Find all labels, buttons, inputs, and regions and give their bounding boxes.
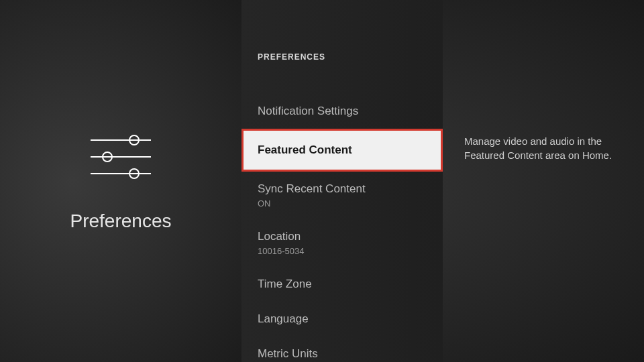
menu-item-sync-recent-content[interactable]: Sync Recent Content ON (241, 172, 443, 219)
menu-item-sub: ON (258, 198, 427, 208)
menu-item-metric-units[interactable]: Metric Units (241, 337, 443, 362)
detail-panel: Manage video and audio in the Featured C… (443, 0, 644, 362)
item-description: Manage video and audio in the Featured C… (464, 134, 623, 162)
menu-item-sub: 10016-5034 (258, 246, 427, 256)
menu-item-time-zone[interactable]: Time Zone (241, 267, 443, 302)
menu-item-label: Location (258, 230, 427, 243)
menu-item-label: Featured Content (258, 143, 427, 157)
menu-item-label: Metric Units (258, 347, 427, 361)
sliders-icon (87, 130, 154, 184)
menu-item-notification-settings[interactable]: Notification Settings (241, 94, 443, 129)
menu-item-label: Language (258, 312, 427, 326)
menu-item-label: Notification Settings (258, 105, 427, 118)
menu-item-label: Sync Recent Content (258, 182, 427, 196)
page-title: Preferences (70, 210, 172, 232)
menu-item-language[interactable]: Language (241, 302, 443, 337)
menu-item-label: Time Zone (258, 278, 427, 291)
menu-item-featured-content[interactable]: Featured Content (241, 129, 443, 172)
menu-item-location[interactable]: Location 10016-5034 (241, 219, 443, 267)
left-panel: Preferences (0, 0, 241, 362)
menu-panel: PREFERENCES Notification Settings Featur… (241, 0, 443, 362)
section-heading: PREFERENCES (241, 52, 443, 62)
